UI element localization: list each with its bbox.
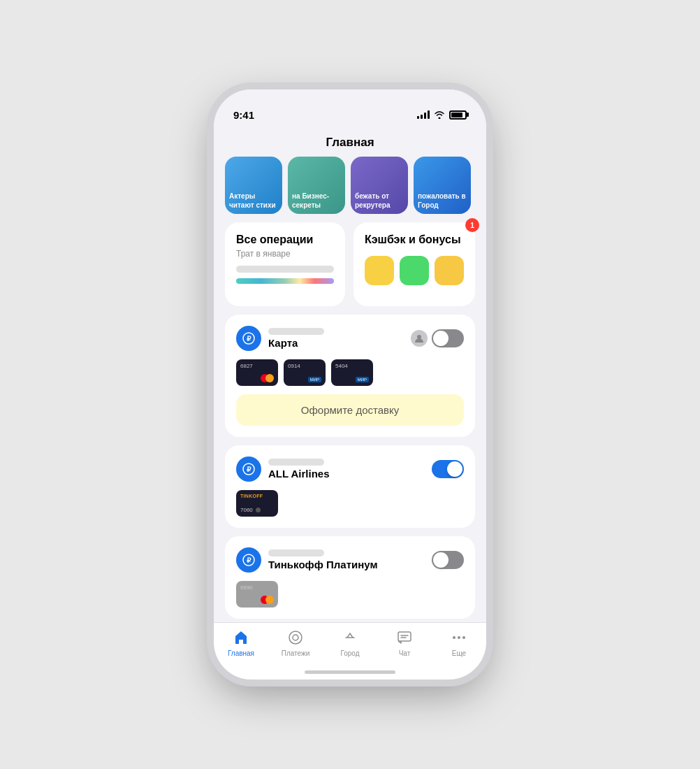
tab-payments[interactable]: Платежи	[268, 628, 323, 657]
toggle-thumb-3	[433, 552, 449, 568]
story-item-1[interactable]: на Бизнес-секреты	[288, 157, 345, 214]
airlines-card-bottom: 7060	[240, 507, 274, 513]
tab-more-label: Еще	[452, 649, 466, 657]
svg-point-12	[453, 636, 455, 639]
battery-icon	[449, 110, 467, 120]
tab-more[interactable]: Еще	[432, 628, 486, 657]
account-card-2[interactable]: ₽ ALL Airlines	[225, 445, 475, 528]
screen: 9:41 Главная	[214, 89, 486, 680]
mini-card-logo-5404: МИР	[335, 377, 369, 382]
mini-card-number-6890: 6890	[240, 584, 274, 591]
toggle-2[interactable]	[432, 460, 464, 478]
mini-card-5404[interactable]: 5404 МИР	[331, 359, 373, 386]
tab-home[interactable]: Главная	[214, 628, 268, 657]
tab-payments-label: Платежи	[282, 649, 310, 657]
cashback-widget[interactable]: 1 Кэшбэк и бонусы	[353, 222, 475, 306]
city-icon	[341, 628, 359, 647]
screen-content: Главная Актеры читают стихи на Бизнес-се…	[214, 130, 486, 622]
mini-card-6890[interactable]: 6890	[236, 581, 278, 608]
account-header-1: ₽ Карта	[236, 326, 464, 351]
amount-redacted	[236, 266, 334, 273]
toggle-thumb-1	[433, 331, 449, 346]
mini-card-number-5404: 5404	[335, 363, 369, 369]
widgets-row: Все операции Трат в январе 1 Кэшбэк и бо…	[214, 222, 486, 315]
story-text-2: бежать от рекрутера	[355, 192, 404, 210]
operations-subtitle: Трат в январе	[236, 249, 334, 259]
account-card-1[interactable]: ₽ Карта	[225, 315, 475, 437]
account-card-3[interactable]: ₽ Тинькофф Платинум	[225, 536, 475, 619]
svg-point-13	[458, 636, 460, 639]
account-label-2: ALL Airlines	[268, 468, 330, 480]
airlines-card[interactable]: TINKOFF 7060	[236, 490, 278, 517]
account-info-3: Тинькофф Платинум	[268, 549, 378, 570]
cashback-circle-3	[435, 256, 464, 285]
mini-card-logo-0914: МИР	[288, 377, 321, 382]
spending-progress	[236, 278, 334, 284]
account-left-2: ₽ ALL Airlines	[236, 457, 330, 482]
story-text-0: Актеры читают стихи	[229, 192, 278, 210]
payments-icon	[286, 628, 305, 647]
mini-card-6827[interactable]: 6827	[236, 359, 278, 386]
delivery-text: Оформите доставку	[301, 404, 399, 416]
cashback-badge: 1	[465, 218, 479, 232]
phone-frame: 9:41 Главная	[214, 89, 486, 680]
account-header-3: ₽ Тинькофф Платинум	[236, 547, 464, 573]
account-label-3: Тинькофф Платинум	[268, 559, 378, 570]
account-info-1: Карта	[268, 328, 324, 349]
account-amount-redacted-1	[268, 328, 324, 335]
account-label-1: Карта	[268, 337, 324, 349]
scroll-area[interactable]: Актеры читают стихи на Бизнес-секреты бе…	[214, 157, 486, 622]
story-item-0[interactable]: Актеры читают стихи	[225, 157, 282, 214]
tab-chat[interactable]: Чат	[377, 628, 432, 657]
toggle-thumb-2	[447, 461, 462, 477]
wifi-icon	[434, 110, 445, 119]
account-amount-redacted-2	[268, 459, 324, 466]
account-icon-1: ₽	[236, 326, 261, 351]
story-text-3: пожаловать в Город	[418, 192, 467, 210]
account-left-3: ₽ Тинькофф Платинум	[236, 547, 378, 573]
airlines-brand-text: TINKOFF	[240, 494, 274, 498]
mini-card-logo-6890	[240, 596, 274, 604]
svg-text:₽: ₽	[247, 335, 251, 343]
stories-row[interactable]: Актеры читают стихи на Бизнес-секреты бе…	[214, 157, 486, 222]
cashback-circle-2	[400, 256, 429, 285]
svg-text:₽: ₽	[247, 556, 251, 564]
account-info-2: ALL Airlines	[268, 459, 330, 480]
mini-cards-row-3: 6890	[236, 581, 464, 608]
chat-icon	[395, 628, 414, 647]
mini-card-0914[interactable]: 0914 МИР	[284, 359, 326, 386]
account-header-2: ₽ ALL Airlines	[236, 457, 464, 482]
account-icon-2: ₽	[236, 457, 261, 482]
tab-home-label: Главная	[228, 649, 254, 657]
status-icons	[417, 110, 467, 120]
story-text-1: на Бизнес-секреты	[292, 192, 341, 210]
page-title: Главная	[214, 130, 486, 157]
story-item-2[interactable]: бежать от рекрутера	[351, 157, 408, 214]
account-left-1: ₽ Карта	[236, 326, 324, 351]
story-item-3[interactable]: пожаловать в Город	[414, 157, 471, 214]
account-right-2	[432, 460, 464, 478]
toggle-3[interactable]	[432, 551, 464, 569]
signal-icon	[417, 110, 430, 119]
mini-card-number-6827: 6827	[240, 363, 274, 369]
tab-chat-label: Чат	[399, 649, 411, 657]
svg-point-8	[293, 635, 298, 640]
tab-city[interactable]: Город	[323, 628, 377, 657]
toggle-1[interactable]	[432, 329, 464, 347]
tab-city-label: Город	[340, 649, 359, 657]
status-bar: 9:41	[214, 99, 486, 130]
account-amount-redacted-3	[268, 549, 324, 556]
airlines-card-number: 7060	[240, 507, 253, 513]
account-right-3	[432, 551, 464, 569]
mini-card-logo-6827	[240, 374, 274, 382]
mini-card-number-0914: 0914	[288, 363, 321, 369]
home-indicator	[305, 670, 395, 674]
status-time: 9:41	[233, 109, 254, 121]
delivery-banner[interactable]: Оформите доставку	[236, 394, 464, 426]
mini-cards-row-1: 6827 0914 МИР	[236, 359, 464, 386]
home-icon	[232, 628, 250, 647]
more-icon	[450, 628, 468, 647]
svg-point-7	[289, 631, 302, 644]
operations-widget[interactable]: Все операции Трат в январе	[225, 222, 345, 306]
cashback-title: Кэшбэк и бонусы	[365, 233, 464, 246]
